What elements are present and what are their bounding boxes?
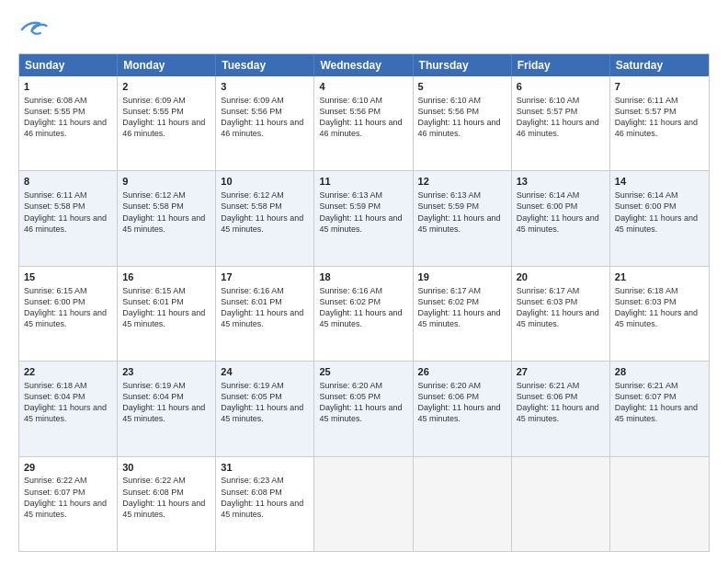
sunset-label: Sunset: 6:00 PM: [517, 201, 578, 211]
sunset-label: Sunset: 6:08 PM: [221, 488, 282, 497]
empty-cell: [314, 457, 413, 551]
day-cell-22: 22 Sunrise: 6:18 AM Sunset: 6:04 PM Dayl…: [19, 362, 118, 455]
header-day-thursday: Thursday: [414, 54, 512, 76]
sunset-label: Sunset: 6:06 PM: [517, 392, 578, 401]
sunrise-label: Sunrise: 6:08 AM: [24, 96, 87, 105]
day-number: 8: [24, 175, 112, 189]
sunrise-label: Sunrise: 6:13 AM: [418, 190, 482, 200]
sunset-label: Sunset: 5:57 PM: [615, 107, 677, 116]
day-number: 7: [615, 80, 704, 94]
day-cell-28: 28 Sunrise: 6:21 AM Sunset: 6:07 PM Dayl…: [610, 362, 709, 455]
daylight-label: Daylight: 11 hours and 45 minutes.: [122, 499, 205, 519]
daylight-label: Daylight: 11 hours and 46 minutes.: [24, 118, 107, 138]
sunrise-label: Sunrise: 6:14 AM: [615, 190, 678, 200]
day-cell-23: 23 Sunrise: 6:19 AM Sunset: 6:04 PM Dayl…: [118, 362, 216, 455]
sunrise-label: Sunrise: 6:16 AM: [221, 286, 284, 295]
daylight-label: Daylight: 11 hours and 45 minutes.: [517, 403, 599, 423]
daylight-label: Daylight: 11 hours and 45 minutes.: [221, 213, 303, 234]
day-number: 4: [319, 80, 407, 94]
day-cell-13: 13 Sunrise: 6:14 AM Sunset: 6:00 PM Dayl…: [512, 171, 610, 265]
calendar-week-4: 22 Sunrise: 6:18 AM Sunset: 6:04 PM Dayl…: [19, 362, 709, 456]
day-number: 9: [122, 175, 210, 189]
sunrise-label: Sunrise: 6:10 AM: [319, 96, 382, 105]
day-number: 25: [319, 365, 407, 379]
calendar-week-5: 29 Sunrise: 6:22 AM Sunset: 6:07 PM Dayl…: [19, 457, 709, 551]
sunset-label: Sunset: 6:03 PM: [517, 297, 578, 306]
sunset-label: Sunset: 6:00 PM: [615, 201, 677, 211]
calendar: SundayMondayTuesdayWednesdayThursdayFrid…: [18, 53, 710, 552]
sunset-label: Sunset: 6:05 PM: [319, 392, 381, 401]
sunset-label: Sunset: 5:56 PM: [319, 107, 381, 116]
day-number: 23: [122, 365, 210, 379]
sunrise-label: Sunrise: 6:21 AM: [615, 381, 678, 390]
day-number: 26: [418, 365, 506, 379]
day-number: 15: [24, 270, 112, 284]
sunset-label: Sunset: 5:55 PM: [24, 107, 85, 116]
day-cell-6: 6 Sunrise: 6:10 AM Sunset: 5:57 PM Dayli…: [512, 76, 610, 170]
sunset-label: Sunset: 6:04 PM: [122, 392, 184, 401]
day-number: 3: [221, 80, 309, 94]
day-cell-11: 11 Sunrise: 6:13 AM Sunset: 5:59 PM Dayl…: [314, 171, 413, 265]
sunset-label: Sunset: 5:55 PM: [122, 107, 184, 116]
daylight-label: Daylight: 11 hours and 46 minutes.: [615, 118, 698, 138]
empty-cell: [512, 457, 610, 551]
day-cell-24: 24 Sunrise: 6:19 AM Sunset: 6:05 PM Dayl…: [216, 362, 314, 455]
daylight-label: Daylight: 11 hours and 45 minutes.: [319, 213, 402, 234]
day-number: 17: [221, 270, 309, 284]
sunset-label: Sunset: 6:04 PM: [24, 392, 85, 401]
header-day-monday: Monday: [118, 54, 216, 76]
sunrise-label: Sunrise: 6:10 AM: [418, 96, 482, 105]
daylight-label: Daylight: 11 hours and 46 minutes.: [418, 118, 501, 138]
header-day-saturday: Saturday: [610, 54, 709, 76]
sunset-label: Sunset: 5:58 PM: [221, 201, 282, 211]
day-number: 2: [122, 80, 210, 94]
sunrise-label: Sunrise: 6:17 AM: [418, 286, 482, 295]
sunset-label: Sunset: 5:59 PM: [319, 201, 381, 211]
daylight-label: Daylight: 11 hours and 46 minutes.: [122, 118, 205, 138]
calendar-week-1: 1 Sunrise: 6:08 AM Sunset: 5:55 PM Dayli…: [19, 76, 709, 171]
sunrise-label: Sunrise: 6:16 AM: [319, 286, 382, 295]
day-cell-8: 8 Sunrise: 6:11 AM Sunset: 5:58 PM Dayli…: [19, 171, 118, 265]
day-cell-30: 30 Sunrise: 6:22 AM Sunset: 6:08 PM Dayl…: [118, 457, 216, 551]
daylight-label: Daylight: 11 hours and 45 minutes.: [221, 499, 303, 519]
day-number: 21: [615, 270, 704, 284]
day-number: 22: [24, 365, 112, 379]
daylight-label: Daylight: 11 hours and 46 minutes.: [221, 118, 303, 138]
day-number: 24: [221, 365, 309, 379]
day-cell-21: 21 Sunrise: 6:18 AM Sunset: 6:03 PM Dayl…: [610, 267, 709, 361]
day-number: 16: [122, 270, 210, 284]
day-cell-19: 19 Sunrise: 6:17 AM Sunset: 6:02 PM Dayl…: [414, 267, 512, 361]
day-number: 31: [221, 461, 309, 475]
sunrise-label: Sunrise: 6:11 AM: [24, 190, 87, 200]
day-number: 19: [418, 270, 506, 284]
header-day-friday: Friday: [512, 54, 610, 76]
sunrise-label: Sunrise: 6:14 AM: [517, 190, 580, 200]
empty-cell: [414, 457, 512, 551]
sunset-label: Sunset: 5:58 PM: [122, 201, 184, 211]
sunrise-label: Sunrise: 6:17 AM: [517, 286, 580, 295]
day-cell-31: 31 Sunrise: 6:23 AM Sunset: 6:08 PM Dayl…: [216, 457, 314, 551]
sunrise-label: Sunrise: 6:12 AM: [221, 190, 284, 200]
day-number: 29: [24, 461, 112, 475]
day-number: 14: [615, 175, 704, 189]
sunrise-label: Sunrise: 6:19 AM: [122, 381, 186, 390]
day-cell-7: 7 Sunrise: 6:11 AM Sunset: 5:57 PM Dayli…: [610, 76, 709, 170]
calendar-week-2: 8 Sunrise: 6:11 AM Sunset: 5:58 PM Dayli…: [19, 171, 709, 266]
header-day-wednesday: Wednesday: [314, 54, 413, 76]
day-cell-10: 10 Sunrise: 6:12 AM Sunset: 5:58 PM Dayl…: [216, 171, 314, 265]
sunset-label: Sunset: 6:02 PM: [319, 297, 381, 306]
sunrise-label: Sunrise: 6:18 AM: [24, 381, 87, 390]
sunrise-label: Sunrise: 6:19 AM: [221, 381, 284, 390]
day-number: 1: [24, 80, 112, 94]
daylight-label: Daylight: 11 hours and 45 minutes.: [615, 308, 698, 328]
sunrise-label: Sunrise: 6:18 AM: [615, 286, 678, 295]
day-cell-4: 4 Sunrise: 6:10 AM Sunset: 5:56 PM Dayli…: [314, 76, 413, 170]
day-number: 30: [122, 461, 210, 475]
sunset-label: Sunset: 5:59 PM: [418, 201, 480, 211]
daylight-label: Daylight: 11 hours and 45 minutes.: [122, 213, 205, 234]
sunset-label: Sunset: 6:02 PM: [418, 297, 480, 306]
day-cell-25: 25 Sunrise: 6:20 AM Sunset: 6:05 PM Dayl…: [314, 362, 413, 455]
daylight-label: Daylight: 11 hours and 46 minutes.: [24, 213, 107, 234]
day-number: 27: [517, 365, 605, 379]
daylight-label: Daylight: 11 hours and 45 minutes.: [517, 308, 599, 328]
